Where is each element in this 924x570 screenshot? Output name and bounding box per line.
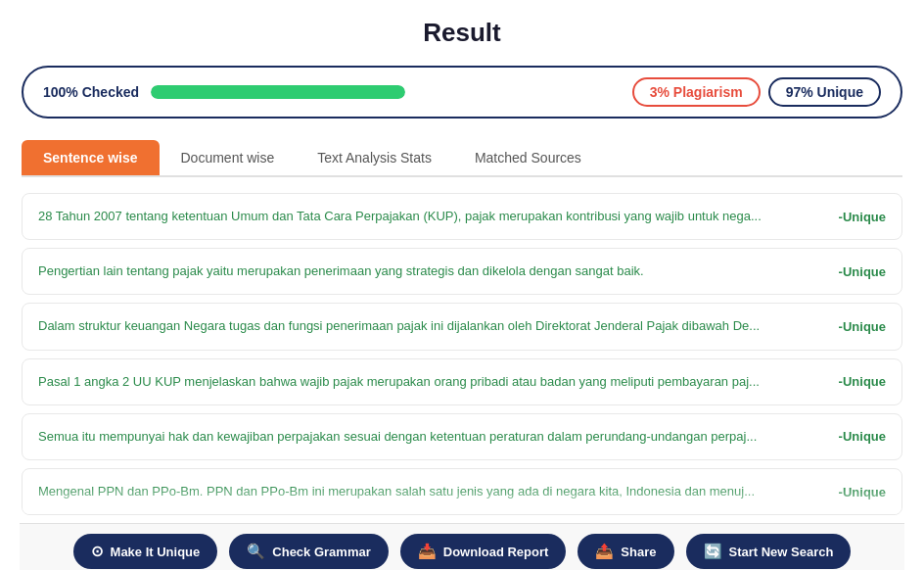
refresh-icon: 🔄 <box>704 543 722 560</box>
checked-label: 100% Checked <box>43 84 139 100</box>
unique-badge: 97% Unique <box>768 77 881 107</box>
tabs-row: Sentence wise Document wise Text Analysi… <box>22 140 902 177</box>
tab-text-analysis-stats[interactable]: Text Analysis Stats <box>296 140 453 175</box>
share-button[interactable]: 📤 Share <box>578 534 673 569</box>
result-row[interactable]: Semua itu mempunyai hak dan kewajiban pe… <box>22 413 902 460</box>
progress-bar-background <box>151 85 405 99</box>
result-status: -Unique <box>839 485 886 499</box>
tab-matched-sources[interactable]: Matched Sources <box>453 140 603 175</box>
bottom-toolbar: ⊙ Make It Unique 🔍 Check Grammar 📥 Downl… <box>20 523 904 570</box>
result-text: Semua itu mempunyai hak dan kewajiban pe… <box>38 428 823 446</box>
result-text: Pasal 1 angka 2 UU KUP menjelaskan bahwa… <box>38 373 823 391</box>
make-it-unique-label: Make It Unique <box>111 545 201 559</box>
plagiarism-badge: 3% Plagiarism <box>632 77 761 107</box>
tab-document-wise[interactable]: Document wise <box>160 140 297 175</box>
result-status: -Unique <box>839 210 886 224</box>
start-new-search-label: Start New Search <box>729 545 834 559</box>
result-status: -Unique <box>839 374 886 389</box>
result-text: Mengenal PPN dan PPo-Bm. PPN dan PPo-Bm … <box>38 483 823 500</box>
result-text: Pengertian lain tentang pajak yaitu meru… <box>38 262 823 280</box>
check-grammar-label: Check Grammar <box>272 545 370 559</box>
result-text: Dalam struktur keuangan Negara tugas dan… <box>38 317 823 335</box>
start-new-search-button[interactable]: 🔄 Start New Search <box>686 534 852 569</box>
share-label: Share <box>621 545 656 559</box>
page-title: Result <box>423 18 500 48</box>
search-icon: 🔍 <box>247 543 265 560</box>
results-container: 28 Tahun 2007 tentang ketentuan Umum dan… <box>22 193 902 523</box>
download-report-button[interactable]: 📥 Download Report <box>400 534 567 569</box>
check-circle-icon: ⊙ <box>91 543 104 560</box>
checked-section: 100% Checked <box>43 84 405 100</box>
share-icon: 📤 <box>595 543 614 560</box>
tab-sentence-wise[interactable]: Sentence wise <box>22 140 160 175</box>
result-row[interactable]: Pasal 1 angka 2 UU KUP menjelaskan bahwa… <box>22 358 902 405</box>
check-grammar-button[interactable]: 🔍 Check Grammar <box>229 534 388 569</box>
make-it-unique-button[interactable]: ⊙ Make It Unique <box>73 534 218 569</box>
status-bar: 100% Checked 3% Plagiarism 97% Unique <box>22 66 902 119</box>
score-section: 3% Plagiarism 97% Unique <box>632 77 881 107</box>
result-row[interactable]: Dalam struktur keuangan Negara tugas dan… <box>22 303 902 350</box>
result-row-partial[interactable]: Mengenal PPN dan PPo-Bm. PPN dan PPo-Bm … <box>22 468 902 515</box>
result-text: 28 Tahun 2007 tentang ketentuan Umum dan… <box>38 208 823 225</box>
page-wrapper: Result 100% Checked 3% Plagiarism 97% Un… <box>0 0 924 570</box>
result-status: -Unique <box>839 429 886 444</box>
download-report-label: Download Report <box>443 545 549 559</box>
result-status: -Unique <box>839 319 886 334</box>
result-status: -Unique <box>839 264 886 279</box>
progress-bar-fill <box>151 85 405 99</box>
download-icon: 📥 <box>418 543 437 560</box>
result-row[interactable]: Pengertian lain tentang pajak yaitu meru… <box>22 248 902 295</box>
result-row[interactable]: 28 Tahun 2007 tentang ketentuan Umum dan… <box>22 193 902 240</box>
